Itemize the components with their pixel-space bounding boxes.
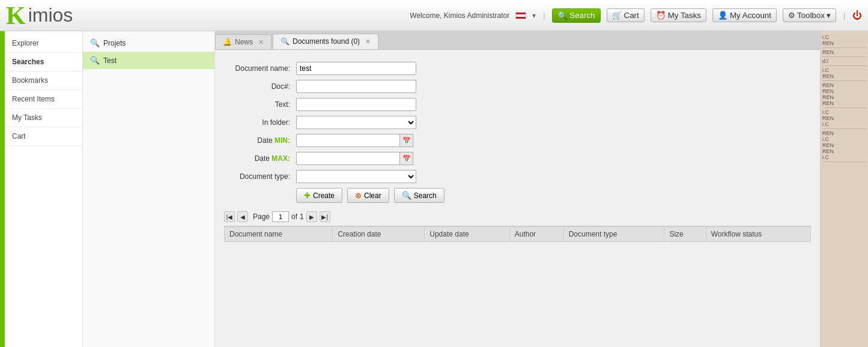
pagination-last[interactable]: ▶| bbox=[320, 211, 330, 222]
search-list-icon-active: 🔍 bbox=[90, 56, 100, 65]
logo-k-letter: K bbox=[6, 3, 26, 28]
tasks-label: My Tasks bbox=[668, 11, 701, 20]
main-layout: Explorer Searches Bookmarks Recent Items… bbox=[0, 31, 868, 347]
label-in-folder: In folder: bbox=[224, 118, 296, 127]
pagination: |◀ ◀ Page of 1 ▶ ▶| bbox=[224, 209, 811, 226]
form-row-document-name: Document name: bbox=[224, 62, 811, 75]
label-min-highlight: MIN: bbox=[275, 136, 290, 145]
tab-news-icon: 🔔 bbox=[223, 38, 232, 46]
sidebar-item-explorer[interactable]: Explorer bbox=[5, 34, 82, 53]
search-form-icon: 🔍 bbox=[402, 191, 411, 200]
col-update-date: Update date bbox=[425, 227, 509, 242]
flag-dropdown[interactable]: ▾ bbox=[532, 11, 536, 20]
col-author: Author bbox=[509, 227, 563, 242]
clear-button[interactable]: ⊗ Clear bbox=[347, 188, 389, 203]
input-date-max[interactable] bbox=[296, 152, 400, 165]
cart-icon: 🛒 bbox=[612, 11, 622, 20]
results-table: Document name Creation date Update date … bbox=[224, 226, 811, 242]
cart-label: Cart bbox=[624, 11, 639, 20]
sidebar-item-searches[interactable]: Searches bbox=[5, 53, 82, 71]
form-row-text: Text: bbox=[224, 98, 811, 111]
pagination-first[interactable]: |◀ bbox=[224, 211, 235, 222]
right-item-2: REN bbox=[822, 49, 866, 57]
search-button[interactable]: 🔍 Search bbox=[552, 8, 600, 23]
tab-content: Document name: Doc#: Text: In folder: bbox=[215, 50, 820, 347]
header: K imios Welcome, Kimios Administrator ▾ … bbox=[0, 0, 868, 31]
accent-bar bbox=[0, 31, 5, 347]
flag-icon bbox=[515, 12, 526, 19]
header-right: Welcome, Kimios Administrator ▾ | 🔍 Sear… bbox=[410, 8, 862, 23]
search-list-icon: 🔍 bbox=[90, 38, 100, 47]
search-form: Document name: Doc#: Text: In folder: bbox=[224, 59, 811, 245]
form-row-date-min: Date MIN: 📅 bbox=[224, 134, 811, 147]
sidebar-item-bookmarks[interactable]: Bookmarks bbox=[5, 71, 82, 90]
cart-button[interactable]: 🛒 Cart bbox=[607, 8, 645, 22]
tab-docs-close[interactable]: ✕ bbox=[365, 38, 371, 46]
tab-news[interactable]: 🔔 News ✕ bbox=[215, 34, 272, 49]
tab-docs-label: Documents found (0) bbox=[293, 37, 360, 46]
col-size: Size bbox=[664, 227, 706, 242]
tasks-icon: ⏰ bbox=[656, 11, 666, 20]
sidebar-item-my-tasks[interactable]: My Tasks bbox=[5, 109, 82, 127]
toolbox-button[interactable]: ⚙ Toolbox ▾ bbox=[783, 8, 836, 22]
power-button[interactable]: ⏻ bbox=[852, 10, 862, 21]
total-pages: 1 bbox=[300, 213, 304, 221]
create-icon: ✚ bbox=[304, 191, 311, 200]
of-label: of bbox=[291, 213, 297, 221]
header-divider-2: | bbox=[843, 11, 845, 20]
clear-icon: ⊗ bbox=[355, 191, 362, 200]
logo-text: imios bbox=[28, 4, 73, 26]
label-doc-number: Doc#: bbox=[224, 82, 296, 91]
search-list-item-projets[interactable]: 🔍 Projets bbox=[83, 34, 214, 52]
input-text[interactable] bbox=[296, 98, 416, 111]
col-document-name: Document name bbox=[225, 227, 333, 242]
label-max-highlight: MAX: bbox=[272, 154, 290, 163]
logo: K imios bbox=[6, 3, 73, 28]
col-document-type: Document type bbox=[563, 227, 664, 242]
toolbox-dropdown-icon: ▾ bbox=[827, 11, 831, 20]
form-row-document-type: Document type: bbox=[224, 170, 811, 183]
tab-documents-found[interactable]: 🔍 Documents found (0) ✕ bbox=[273, 34, 378, 49]
search-btn-label: Search bbox=[569, 11, 595, 20]
right-item-3: d:/ bbox=[822, 58, 866, 66]
create-label: Create bbox=[313, 192, 335, 200]
search-list-panel: 🔍 Projets 🔍 Test bbox=[83, 31, 215, 347]
account-icon: 👤 bbox=[718, 11, 728, 20]
sidebar-item-cart[interactable]: Cart bbox=[5, 127, 82, 146]
calendar-min-button[interactable]: 📅 bbox=[400, 134, 413, 147]
right-item-5: RENRENRENREN bbox=[822, 82, 866, 108]
form-buttons-row: ✚ Create ⊗ Clear 🔍 Search bbox=[296, 188, 811, 203]
toolbox-icon: ⚙ bbox=[788, 11, 795, 20]
welcome-text: Welcome, Kimios Administrator bbox=[410, 11, 509, 20]
page-label: Page bbox=[253, 213, 270, 221]
content-area: 🔔 News ✕ 🔍 Documents found (0) ✕ Documen… bbox=[215, 31, 820, 347]
create-button[interactable]: ✚ Create bbox=[296, 188, 342, 203]
calendar-max-button[interactable]: 📅 bbox=[400, 152, 413, 165]
input-document-name[interactable] bbox=[296, 62, 416, 75]
search-form-label: Search bbox=[414, 192, 437, 200]
right-item-6: i.CRENi.C bbox=[822, 109, 866, 129]
label-date-min: Date MIN: bbox=[224, 136, 296, 145]
header-divider-1: | bbox=[543, 11, 545, 20]
tasks-button[interactable]: ⏰ My Tasks bbox=[651, 8, 706, 22]
select-in-folder[interactable] bbox=[296, 116, 416, 129]
input-doc-number[interactable] bbox=[296, 80, 416, 93]
select-document-type[interactable] bbox=[296, 170, 416, 183]
form-row-doc-number: Doc#: bbox=[224, 80, 811, 93]
search-list-item-test[interactable]: 🔍 Test bbox=[83, 52, 214, 69]
sidebar-item-recent-items[interactable]: Recent Items bbox=[5, 90, 82, 109]
account-button[interactable]: 👤 My Account bbox=[712, 8, 777, 22]
search-list-label: Projets bbox=[103, 39, 126, 47]
form-row-in-folder: In folder: bbox=[224, 116, 811, 129]
search-form-button[interactable]: 🔍 Search bbox=[394, 188, 445, 203]
right-item-4: i.CREN bbox=[822, 67, 866, 81]
tab-news-close[interactable]: ✕ bbox=[258, 38, 264, 46]
sidebar: Explorer Searches Bookmarks Recent Items… bbox=[5, 31, 83, 347]
table-header-row: Document name Creation date Update date … bbox=[225, 227, 811, 242]
input-date-min[interactable] bbox=[296, 134, 400, 147]
pagination-next[interactable]: ▶ bbox=[306, 211, 317, 222]
label-document-type: Document type: bbox=[224, 172, 296, 181]
pagination-prev[interactable]: ◀ bbox=[237, 211, 248, 222]
right-partial-panel: i.CREN REN d:/ i.CREN RENRENRENREN i.CRE… bbox=[820, 31, 868, 347]
page-input[interactable] bbox=[272, 211, 289, 222]
